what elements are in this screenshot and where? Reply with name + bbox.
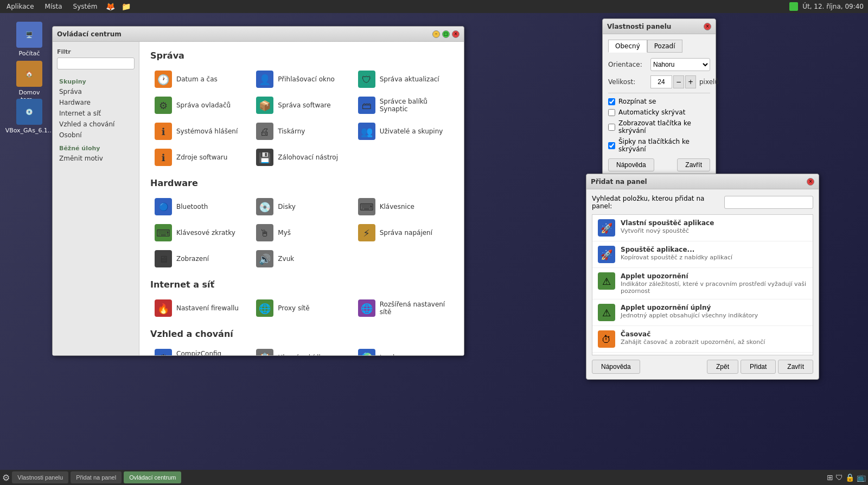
taskbar-system-icon[interactable]: ⚙ (2, 473, 10, 483)
add-panel-search[interactable] (724, 196, 813, 209)
checkbox-sipky-input[interactable] (608, 142, 615, 149)
item-datum-cas[interactable]: 🕐 Datum a čas (150, 67, 250, 91)
vbox-label: VBox_GAs_6.1... (5, 127, 54, 134)
item-rozsirena-sit[interactable]: 🌐 Rozšířená nastavení sítě (354, 296, 453, 320)
control-center-titlebar[interactable]: Ovládací centrum – □ × (53, 27, 464, 42)
item-ovladace[interactable]: ⚙ Správa ovladačů (150, 93, 250, 117)
item-zaloha[interactable]: 💾 Zálohovací nástroj (252, 145, 351, 169)
list-item-applet[interactable]: ⚠ Applet upozornění Indikátor záležitost… (592, 268, 813, 299)
software-label: Správa software (278, 101, 330, 109)
item-compiz[interactable]: ⚙ CompizConfig Settings Manager (150, 346, 250, 355)
tray-icon-4: 📺 (857, 473, 866, 482)
zvuk-label: Zvuk (278, 255, 294, 263)
checkbox-rozpínat: Rozpínat se (608, 98, 710, 105)
sidebar: Filtr Skupiny Správa Hardware Internet a… (53, 42, 139, 355)
checkbox-rozpínat-input[interactable] (608, 98, 615, 105)
rozsirena-icon: 🌐 (358, 299, 375, 317)
search-label: Vyhledat položku, kterou přidat na panel… (592, 195, 720, 210)
synaptic-icon: 🗃 (358, 97, 375, 114)
list-item-slovnik[interactable]: A Hledání ve slovníku Look up words in a… (592, 353, 813, 355)
item-napajeni[interactable]: ⚡ Správa napájení (354, 221, 453, 245)
casovac-title: Časovač (621, 330, 807, 338)
add-panel-close-x[interactable]: × (807, 178, 814, 186)
klavesnice-icon: ⌨ (358, 198, 375, 215)
sidebar-item-osobni[interactable]: Osobní (53, 130, 139, 141)
item-jazyky[interactable]: 🌍 Jazyky (354, 346, 453, 355)
desktop-icon-computer[interactable]: 🖥️ Počítač (8, 20, 51, 59)
item-proxy[interactable]: 🌐 Proxy sítě (252, 296, 351, 320)
size-value[interactable] (650, 75, 672, 88)
jazyky-icon: 🌍 (358, 349, 375, 355)
item-zobrazeni[interactable]: 🖥 Zobrazení (150, 247, 250, 271)
zkratky-icon: ⌨ (155, 224, 172, 241)
size-decrease[interactable]: − (673, 75, 684, 88)
checkbox-skryvat-input[interactable] (608, 109, 615, 116)
item-bluetooth[interactable]: 🔵 Bluetooth (150, 195, 250, 219)
mys-label: Myš (278, 229, 291, 237)
hlaseni-label: Systémová hlášení (176, 127, 238, 135)
item-synaptic[interactable]: 🗃 Správce balíků Synaptic (354, 93, 453, 117)
aktualizace-label: Správa aktualizací (380, 75, 439, 83)
panel-props-titlebar[interactable]: Vlastnosti panelu × (603, 19, 716, 34)
rozsirena-label: Rozšířená nastavení sítě (380, 301, 449, 316)
compiz-icon: ⚙ (155, 349, 172, 355)
close-button[interactable]: × (452, 30, 459, 38)
item-disky[interactable]: 💿 Disky (252, 195, 351, 219)
size-increase[interactable]: + (685, 75, 696, 88)
checkbox-skryvat: Automaticky skrývat (608, 109, 710, 116)
files-icon[interactable]: 📁 (122, 2, 131, 11)
props-close-button[interactable]: Zavřít (677, 158, 710, 171)
menu-mista[interactable]: Místa (43, 3, 65, 10)
taskbar-ovladaci-label: Ovládací centrum (129, 474, 176, 481)
item-uzivatele[interactable]: 👥 Uživatelé a skupiny (354, 119, 453, 143)
add-panel-titlebar[interactable]: Přidat na panel × (586, 174, 819, 189)
home-icon: 🏠 (16, 61, 42, 87)
checkbox-tlacitka-label: Zobrazovat tlačítka ke skrývání (618, 119, 710, 135)
sidebar-item-hardware[interactable]: Hardware (53, 97, 139, 108)
list-item-applet-uplny[interactable]: ⚠ Applet upozornění úplný Jednotný apple… (592, 299, 813, 326)
size-input: − + pixelů (650, 75, 719, 88)
item-zdroje[interactable]: ℹ Zdroje softwaru (150, 145, 250, 169)
add-panel-back-button[interactable]: Zpět (707, 360, 738, 374)
sidebar-item-internet[interactable]: Internet a síť (53, 108, 139, 119)
item-hlaseni[interactable]: ℹ Systémová hlášení (150, 119, 250, 143)
panel-props-close[interactable]: × (704, 23, 711, 30)
props-help-button[interactable]: Nápověda (608, 158, 654, 171)
item-firewall[interactable]: 🔥 Nastavení firewallu (150, 296, 250, 320)
panel-props-content: Obecný Pozadí Orientace: Nahoru Velikost… (603, 34, 716, 177)
item-klavesnice[interactable]: ⌨ Klávesnice (354, 195, 453, 219)
sidebar-item-motiv[interactable]: Změnit motiv (53, 153, 139, 164)
add-panel-close-button[interactable]: Zavřít (778, 360, 813, 374)
menu-aplikace[interactable]: Aplikace (4, 3, 36, 10)
taskbar-pridat[interactable]: Přidat na panel (71, 471, 122, 483)
list-item-vlastni[interactable]: 🚀 Vlastní spouštěč aplikace Vytvořit nov… (592, 215, 813, 241)
search-input[interactable] (57, 58, 135, 69)
tab-obecny[interactable]: Obecný (608, 40, 647, 53)
checkbox-tlacitka-input[interactable] (608, 124, 615, 131)
item-hlavni-nabidka[interactable]: 📋 Hlavní nabídka (252, 346, 351, 355)
item-tiskarny[interactable]: 🖨 Tiskárny (252, 119, 351, 143)
firefox-icon[interactable]: 🦊 (106, 2, 115, 11)
item-prihlasovaci[interactable]: 👤 Přihlašovací okno (252, 67, 351, 91)
list-item-spoustec[interactable]: 🚀 Spouštěč aplikace... Kopírovat spouště… (592, 241, 813, 268)
tab-pozadi[interactable]: Pozadí (647, 40, 682, 53)
add-panel-help-button[interactable]: Nápověda (592, 360, 640, 374)
item-software[interactable]: 📦 Správa software (252, 93, 351, 117)
maximize-button[interactable]: □ (442, 30, 450, 38)
menu-system[interactable]: Systém (71, 3, 100, 10)
orientation-select[interactable]: Nahoru (650, 58, 710, 71)
list-item-casovac[interactable]: ⏱ Časovač Zahájit časovač a zobrazit upo… (592, 326, 813, 353)
taskbar-vlastnosti[interactable]: Vlastnosti panelu (12, 471, 68, 483)
sidebar-item-vzhled[interactable]: Vzhled a chování (53, 119, 139, 130)
desktop-icon-vbox[interactable]: 💿 VBox_GAs_6.1... (8, 97, 51, 136)
item-zvuk[interactable]: 🔊 Zvuk (252, 247, 351, 271)
add-panel-add-button[interactable]: Přidat (741, 360, 776, 374)
applet-uplny-icon: ⚠ (598, 304, 615, 321)
sidebar-item-sprava[interactable]: Správa (53, 86, 139, 97)
minimize-button[interactable]: – (432, 30, 440, 38)
firewall-label: Nastavení firewallu (176, 304, 239, 312)
item-zkratky[interactable]: ⌨ Klávesové zkratky (150, 221, 250, 245)
taskbar-ovladaci[interactable]: Ovládací centrum (124, 471, 181, 483)
item-aktualizace[interactable]: 🛡 Správa aktualizací (354, 67, 453, 91)
item-mys[interactable]: 🖱 Myš (252, 221, 351, 245)
